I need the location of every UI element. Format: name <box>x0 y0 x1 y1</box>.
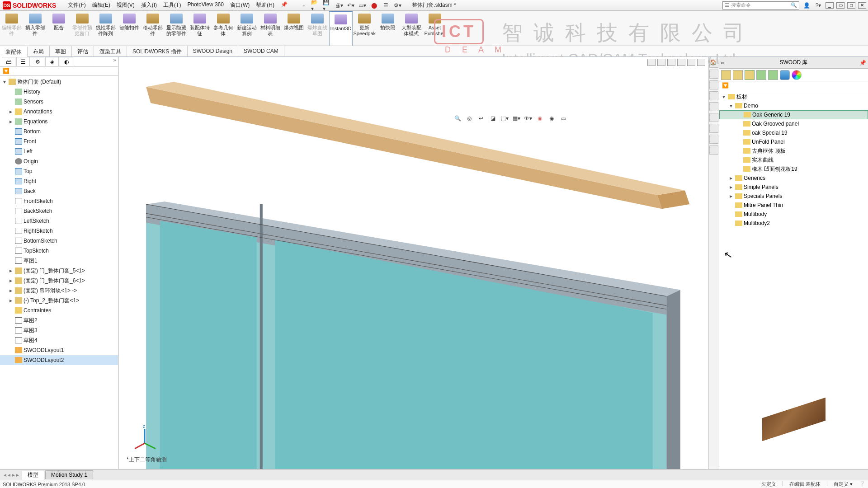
expand-icon[interactable]: ▸ <box>8 287 14 294</box>
swood-tree-row[interactable]: UnFold Panel <box>719 137 868 146</box>
tp-custom-props-icon[interactable] <box>709 113 718 122</box>
ribbon-tab[interactable]: 布局 <box>28 46 50 56</box>
swood-filter[interactable]: 🔽 <box>719 81 868 91</box>
tp-swood-icon[interactable] <box>709 124 718 133</box>
tree-row[interactable]: Right <box>0 176 118 186</box>
swood-tree-row[interactable]: ▸Simple Panels <box>719 183 868 192</box>
expand-icon[interactable] <box>728 211 734 217</box>
expand-icon[interactable]: ▾ <box>2 79 7 85</box>
vp-doc-icon[interactable] <box>667 59 675 66</box>
ribbon-btn-15[interactable]: 更新Speedpak <box>353 11 376 46</box>
tree-row[interactable]: BottomSketch <box>0 236 118 246</box>
tree-row[interactable]: ▸(固定) 门_整体门套_5<1> <box>0 266 118 276</box>
expand-icon[interactable]: ▸ <box>728 184 734 190</box>
expand-icon[interactable] <box>736 148 742 154</box>
menu-photoview[interactable]: PhotoView 360 <box>184 0 226 10</box>
open-icon[interactable]: 📂▾ <box>311 1 320 10</box>
window-restore-icon[interactable]: ▭ <box>836 2 844 9</box>
fm-tab-tree[interactable]: 🗃 <box>2 57 15 66</box>
swood-tree-row[interactable]: ▸Generics <box>719 174 868 183</box>
tree-row[interactable]: Left <box>0 146 118 156</box>
status-custom[interactable]: 自定义 ▾ <box>834 481 853 488</box>
select-icon[interactable]: ▭▾ <box>358 1 367 10</box>
expand-icon[interactable] <box>8 208 14 214</box>
new-icon[interactable]: ▫ <box>299 1 308 10</box>
command-search[interactable]: ☰ 搜索命令 🔍 <box>722 1 799 9</box>
swood-tb-icon[interactable] <box>792 70 802 80</box>
panel-collapse-icon[interactable]: « <box>721 60 724 66</box>
save-icon[interactable]: 💾▾ <box>323 1 332 10</box>
ribbon-btn-10[interactable]: 新建运动算例 <box>235 11 259 46</box>
render-icon[interactable]: ▭ <box>559 114 568 123</box>
tree-row[interactable]: Back <box>0 186 118 196</box>
prev-view-icon[interactable]: ↩ <box>476 114 486 123</box>
swood-tb-icon[interactable] <box>768 70 778 80</box>
expand-icon[interactable] <box>728 220 734 226</box>
expand-icon[interactable] <box>736 166 742 172</box>
menu-edit[interactable]: 编辑(E) <box>90 0 113 10</box>
swood-tree-row[interactable]: 古典框体 顶板 <box>719 146 868 155</box>
user-icon[interactable]: 👤 <box>802 1 811 10</box>
fm-tab-property[interactable]: ☰ <box>16 57 30 66</box>
tp-view-palette-icon[interactable] <box>709 91 718 100</box>
expand-icon[interactable] <box>736 130 742 136</box>
ribbon-btn-6[interactable]: 移动零部件 <box>141 11 165 46</box>
vp-doc-max-icon[interactable] <box>687 59 695 66</box>
fm-tab-display[interactable]: ◐ <box>60 57 73 66</box>
ribbon-btn-9[interactable]: 参考几何体 <box>212 11 235 46</box>
expand-icon[interactable]: ▾ <box>728 103 734 109</box>
tree-row[interactable]: TopSketch <box>0 246 118 256</box>
ribbon-btn-5[interactable]: 智能扣件 <box>118 11 141 46</box>
ribbon-btn-12[interactable]: 爆炸视图 <box>282 11 306 46</box>
rebuild-icon[interactable]: ⬤ <box>370 1 379 10</box>
graphics-viewport[interactable]: 🔍 ◎ ↩ ◪ ⬚▾ ▦▾ 👁▾ ◉ ◉ ▭ <box>118 57 708 469</box>
ribbon-tab[interactable]: 渲染工具 <box>94 46 127 56</box>
orientation-triad[interactable]: z <box>132 424 157 451</box>
expand-icon[interactable] <box>737 112 742 118</box>
ribbon-btn-16[interactable]: 拍快照 <box>376 11 400 46</box>
tab-model[interactable]: 模型 <box>22 470 44 480</box>
expand-icon[interactable]: ▸ <box>728 175 734 181</box>
expand-icon[interactable] <box>8 337 14 343</box>
expand-icon[interactable] <box>736 121 742 127</box>
help-icon[interactable]: ?▾ <box>814 1 823 10</box>
swood-tree-row[interactable]: ▾Demo <box>719 101 868 110</box>
zoom-fit-icon[interactable]: 🔍 <box>453 114 462 123</box>
status-help-icon[interactable]: ❔ <box>859 481 865 488</box>
fm-tabs-chevron-icon[interactable]: » <box>113 57 116 66</box>
tp-design-lib-icon[interactable] <box>709 70 718 79</box>
options-icon[interactable]: ☰ <box>382 1 391 10</box>
appearance-icon[interactable]: ◉ <box>535 114 544 123</box>
fm-tab-dim[interactable]: ◈ <box>45 57 59 66</box>
view-orient-icon[interactable]: ⬚▾ <box>500 114 509 123</box>
swood-tree-row[interactable]: ▸Specials Panels <box>719 192 868 201</box>
expand-icon[interactable] <box>8 168 14 174</box>
expand-icon[interactable] <box>8 178 14 184</box>
doc-tab-nav-icon[interactable]: ◂ ◂ ▸ ▸ <box>4 472 19 478</box>
tree-row[interactable]: ▸(固定) 门_整体门套_6<1> <box>0 276 118 286</box>
swood-tree-row[interactable]: 橡木 凹面刨花板19 <box>719 164 868 174</box>
tree-row[interactable]: FrontSketch <box>0 196 118 206</box>
expand-icon[interactable]: ▾ <box>721 94 726 100</box>
tree-row[interactable]: Origin <box>0 156 118 166</box>
expand-icon[interactable] <box>8 248 14 254</box>
ribbon-tab[interactable]: SWOOD Design <box>188 46 238 56</box>
scene-icon[interactable]: ◉ <box>547 114 556 123</box>
expand-icon[interactable] <box>8 307 14 314</box>
ribbon-btn-2[interactable]: 配合 <box>47 11 71 46</box>
tree-row[interactable]: History <box>0 87 118 97</box>
ribbon-btn-13[interactable]: 爆炸直线草图 <box>306 11 329 46</box>
swood-tb-icon[interactable] <box>745 70 755 80</box>
expand-icon[interactable] <box>8 89 14 95</box>
ribbon-btn-4[interactable]: 线性零部件阵列 <box>94 11 118 46</box>
tree-row[interactable]: ▸Annotations <box>0 107 118 117</box>
vp-doc-icon[interactable] <box>657 59 665 66</box>
undo-icon[interactable]: ↶▾ <box>346 1 355 10</box>
expand-icon[interactable] <box>8 128 14 135</box>
ribbon-btn-1[interactable]: 插入零部件 <box>24 11 47 46</box>
tree-row[interactable]: BackSketch <box>0 206 118 216</box>
ribbon-tab[interactable]: 评估 <box>72 46 94 56</box>
menu-help[interactable]: 帮助(H) <box>253 0 277 10</box>
swood-tree-row[interactable]: Multibody <box>719 210 868 219</box>
expand-icon[interactable] <box>8 148 14 155</box>
